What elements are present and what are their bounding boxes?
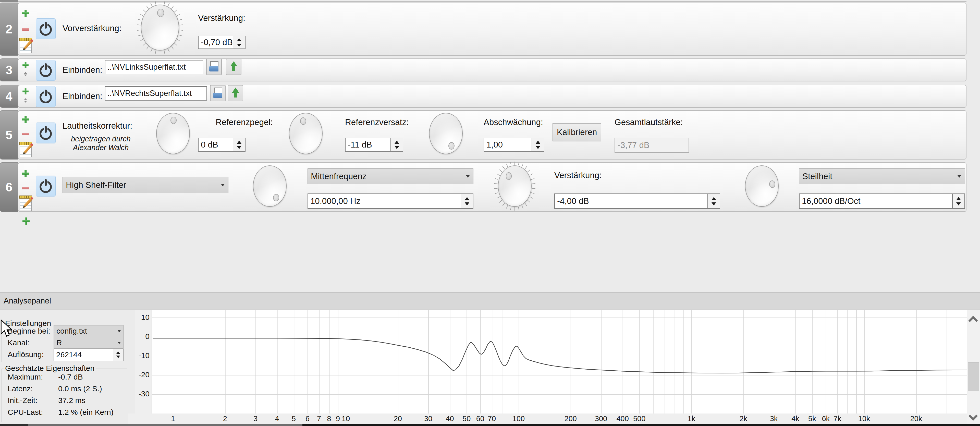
spinner-arrows[interactable]	[233, 36, 245, 49]
spin-down-icon[interactable]	[536, 146, 540, 149]
spinner-arrows[interactable]	[390, 138, 403, 151]
power-toggle-button[interactable]	[36, 176, 56, 197]
edit-comment-icon[interactable]	[19, 38, 33, 54]
x-tick-label: 7	[317, 415, 321, 423]
power-toggle-button[interactable]	[36, 18, 56, 39]
knob-face	[429, 113, 463, 154]
include-path-field[interactable]: ..\NVRechtsSuperflat.txt	[105, 86, 207, 100]
spin-up-icon[interactable]	[395, 141, 399, 144]
reference-level-knob[interactable]	[156, 113, 190, 154]
power-icon	[40, 180, 52, 192]
preamp-row-content: Vorverstärkung: Verstärkung: -0,70 dB	[0, 3, 980, 56]
filter-gain-spinner[interactable]: -4,00 dB	[554, 194, 720, 209]
spin-down-icon[interactable]	[395, 146, 399, 149]
expand-collapse-icon[interactable]	[24, 72, 27, 77]
plot-canvas	[152, 310, 967, 413]
spin-up-icon[interactable]	[956, 197, 961, 200]
slope-param-dropdown[interactable]: Steilheit	[799, 168, 965, 184]
add-row-button[interactable]	[22, 62, 29, 68]
expand-collapse-icon[interactable]	[24, 98, 27, 103]
spin-up-icon[interactable]	[536, 141, 540, 144]
spin-up-icon[interactable]	[237, 141, 242, 144]
spinner-arrows[interactable]	[461, 194, 473, 208]
chevron-down-icon	[958, 175, 961, 178]
move-up-button[interactable]	[226, 59, 242, 75]
open-file-button[interactable]	[206, 59, 222, 75]
power-toggle-button[interactable]	[36, 60, 56, 81]
add-row-button[interactable]	[22, 10, 29, 17]
preamp-gain-knob[interactable]	[141, 5, 179, 51]
y-tick-label: -10	[138, 351, 150, 360]
spin-down-icon[interactable]	[116, 356, 120, 358]
center-frequency-spinner[interactable]: 10.000,00 Hz	[307, 194, 473, 209]
remove-row-button[interactable]	[22, 187, 29, 189]
attenuation-knob[interactable]	[429, 113, 463, 154]
reference-offset-knob[interactable]	[289, 113, 323, 154]
calibrate-button[interactable]: Kalibrieren	[552, 123, 601, 141]
begin-at-value: config.txt	[56, 327, 87, 335]
frequency-param-dropdown[interactable]: Mittenfrequenz	[307, 168, 473, 184]
remove-row-button[interactable]	[22, 133, 29, 135]
remove-row-button[interactable]	[22, 28, 29, 31]
preamp-gain-spinner[interactable]: -0,70 dB	[198, 36, 245, 49]
spin-up-icon[interactable]	[465, 197, 469, 200]
x-tick-label: 8	[327, 415, 331, 423]
edit-comment-icon[interactable]	[19, 196, 33, 211]
vertical-scrollbar[interactable]	[967, 310, 980, 424]
reference-level-spinner[interactable]: 0 dB	[198, 138, 245, 152]
attenuation-label: Abschwächung:	[484, 118, 543, 127]
spinner-arrows[interactable]	[708, 194, 720, 208]
open-file-button[interactable]	[210, 85, 226, 101]
filter-gain-knob[interactable]	[745, 165, 779, 207]
channel-dropdown[interactable]: R	[54, 337, 124, 349]
filter-type-dropdown[interactable]: High Shelf-Filter	[62, 177, 228, 193]
spin-down-icon[interactable]	[237, 146, 242, 149]
maximum-value: -0.7 dB	[58, 373, 83, 381]
spinner-arrows[interactable]	[531, 138, 544, 151]
x-tick-label: 5k	[808, 415, 816, 423]
slope-param-value: Steilheit	[802, 172, 832, 181]
edit-comment-icon[interactable]	[19, 142, 33, 158]
knob-face	[156, 113, 190, 154]
spin-up-icon[interactable]	[237, 38, 242, 41]
x-tick-label: 500	[633, 415, 646, 423]
spin-down-icon[interactable]	[237, 44, 242, 47]
begin-at-dropdown[interactable]: config.txt	[54, 325, 124, 337]
scrollbar-thumb[interactable]	[28, 424, 302, 426]
slope-spinner[interactable]: 16,0000 dB/Oct	[799, 194, 965, 209]
spin-down-icon[interactable]	[711, 202, 716, 205]
spinner-arrows[interactable]	[233, 138, 245, 151]
scrollbar-thumb[interactable]	[968, 362, 979, 391]
spin-up-icon[interactable]	[711, 197, 716, 200]
scroll-down-icon[interactable]	[970, 413, 977, 420]
add-row-button[interactable]	[22, 88, 29, 94]
spin-down-icon[interactable]	[465, 202, 469, 205]
attenuation-spinner[interactable]: 1,00	[484, 138, 544, 152]
file-document-icon	[210, 61, 218, 72]
analysis-panel-header[interactable]: Analysepanel ×	[0, 292, 980, 310]
channel-label: Kanal:	[8, 339, 29, 347]
spinner-arrows[interactable]	[113, 349, 123, 361]
resolution-spinner[interactable]: 262144	[54, 349, 124, 361]
add-row-button[interactable]	[22, 116, 29, 123]
horizontal-scrollbar[interactable]	[0, 424, 980, 426]
spin-up-icon[interactable]	[116, 351, 120, 354]
total-volume-field: -3,77 dB	[614, 138, 689, 153]
append-row-button[interactable]	[22, 218, 30, 225]
move-up-button[interactable]	[228, 85, 243, 101]
y-tick-label: -20	[138, 370, 150, 379]
x-tick-label: 70	[488, 415, 496, 423]
reference-offset-spinner[interactable]: -11 dB	[345, 138, 403, 152]
spinner-arrows[interactable]	[952, 194, 964, 208]
center-frequency-knob[interactable]	[498, 165, 531, 207]
knob-indicator	[449, 142, 455, 149]
x-tick-label: 10	[342, 415, 350, 423]
add-row-button[interactable]	[22, 170, 29, 177]
scroll-up-icon[interactable]	[970, 316, 977, 323]
latency-value: 0.0 ms (2 S.)	[58, 385, 102, 393]
power-toggle-button[interactable]	[36, 86, 56, 107]
preamp-gain-value: -0,70 dB	[199, 36, 233, 49]
filter-knob-1[interactable]	[253, 165, 286, 207]
spin-down-icon[interactable]	[956, 202, 961, 205]
include-path-field[interactable]: ..\NVLinksSuperflat.txt	[105, 60, 203, 74]
